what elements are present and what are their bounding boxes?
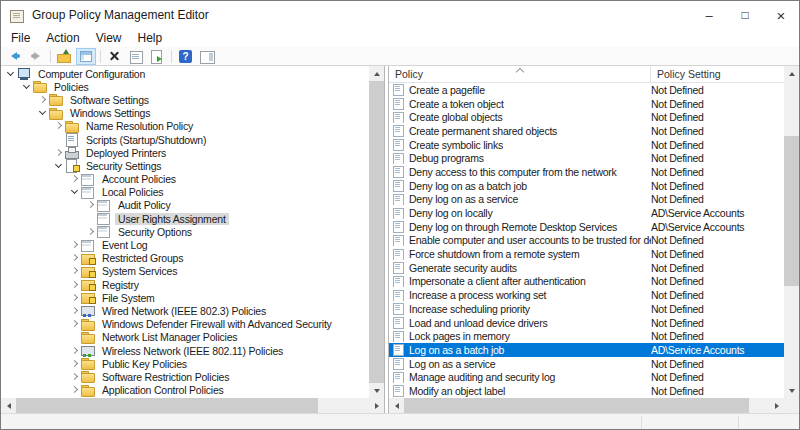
policy-row[interactable]: Lock pages in memoryNot Defined [389, 329, 784, 343]
chevron-collapsed-icon[interactable] [69, 306, 81, 316]
tree-item[interactable]: Policies [1, 80, 369, 93]
minimize-button[interactable] [691, 1, 727, 29]
tree-item[interactable]: Scripts (Startup/Shutdown) [1, 133, 369, 146]
chevron-collapsed-icon[interactable] [69, 293, 81, 303]
tree-item[interactable]: Application Control Policies [1, 384, 369, 397]
chevron-collapsed-icon[interactable] [85, 227, 97, 237]
policy-row[interactable]: Create a token objectNot Defined [389, 97, 784, 111]
scrollbar-thumb[interactable] [404, 398, 749, 413]
menu-file[interactable]: File [3, 30, 38, 47]
menu-action[interactable]: Action [38, 30, 87, 47]
policy-row[interactable]: Create permanent shared objectsNot Defin… [389, 124, 784, 138]
tree-item[interactable]: System Services [1, 265, 369, 278]
policy-row[interactable]: Create symbolic linksNot Defined [389, 138, 784, 152]
tree-item[interactable]: Wired Network (IEEE 802.3) Policies [1, 304, 369, 317]
scroll-down-button[interactable] [369, 383, 384, 398]
scroll-up-button[interactable] [369, 66, 384, 81]
list-horizontal-scrollbar[interactable] [389, 398, 784, 413]
export-list-button[interactable] [147, 48, 167, 65]
maximize-button[interactable] [727, 1, 763, 29]
chevron-collapsed-icon[interactable] [69, 359, 81, 369]
policy-row[interactable]: Enable computer and user accounts to be … [389, 234, 784, 248]
scroll-up-button[interactable] [784, 66, 799, 81]
chevron-collapsed-icon[interactable] [69, 174, 81, 184]
tree-item[interactable]: Name Resolution Policy [1, 120, 369, 133]
policy-row[interactable]: Generate security auditsNot Defined [389, 261, 784, 275]
tree-item[interactable]: Windows Defender Firewall with Advanced … [1, 318, 369, 331]
tree-item[interactable]: Software Restriction Policies [1, 370, 369, 383]
policy-row[interactable]: Deny log on through Remote Desktop Servi… [389, 220, 784, 234]
tree-item[interactable]: Account Policies [1, 173, 369, 186]
chevron-collapsed-icon[interactable] [69, 319, 81, 329]
tree-item[interactable]: Security Options [1, 225, 369, 238]
scroll-right-button[interactable] [369, 398, 384, 413]
chevron-collapsed-icon[interactable] [69, 280, 81, 290]
tree-item[interactable]: Wireless Network (IEEE 802.11) Policies [1, 344, 369, 357]
show-console-tree-button[interactable] [76, 48, 96, 65]
list-vertical-scrollbar[interactable] [784, 66, 799, 398]
policy-row[interactable]: Impersonate a client after authenticatio… [389, 275, 784, 289]
chevron-expanded-icon[interactable] [21, 82, 33, 92]
chevron-collapsed-icon[interactable] [69, 346, 81, 356]
policy-row[interactable]: Log on as a serviceNot Defined [389, 357, 784, 371]
tree-item[interactable]: Registry [1, 278, 369, 291]
chevron-collapsed-icon[interactable] [69, 266, 81, 276]
chevron-collapsed-icon[interactable] [69, 385, 81, 395]
delete-button[interactable] [105, 48, 125, 65]
scroll-right-button[interactable] [769, 398, 784, 413]
chevron-collapsed-icon[interactable] [69, 253, 81, 263]
policy-row[interactable]: Debug programsNot Defined [389, 151, 784, 165]
chevron-expanded-icon[interactable] [5, 69, 17, 79]
policy-row[interactable]: Create global objectsNot Defined [389, 110, 784, 124]
tree-item[interactable]: Local Policies [1, 186, 369, 199]
properties-button[interactable] [126, 48, 146, 65]
tree-item[interactable]: Windows Settings [1, 107, 369, 120]
chevron-collapsed-icon[interactable] [53, 148, 65, 158]
tree-item[interactable]: Deployed Printers [1, 146, 369, 159]
scroll-left-button[interactable] [389, 398, 404, 413]
policy-row[interactable]: Load and unload device driversNot Define… [389, 316, 784, 330]
menu-view[interactable]: View [88, 30, 130, 47]
column-header-policy-setting[interactable]: Policy Setting [651, 66, 784, 82]
tree-item[interactable]: Software Settings [1, 93, 369, 106]
tree-horizontal-scrollbar[interactable] [1, 398, 384, 413]
tree-item[interactable]: Public Key Policies [1, 357, 369, 370]
policy-row[interactable]: Deny log on as a serviceNot Defined [389, 193, 784, 207]
chevron-collapsed-icon[interactable] [85, 200, 97, 210]
scrollbar-thumb[interactable] [784, 136, 799, 286]
tree-item[interactable]: Network List Manager Policies [1, 331, 369, 344]
policy-row[interactable]: Manage auditing and security logNot Defi… [389, 370, 784, 384]
policy-row[interactable]: Force shutdown from a remote systemNot D… [389, 247, 784, 261]
scrollbar-thumb[interactable] [369, 81, 384, 383]
chevron-collapsed-icon[interactable] [69, 240, 81, 250]
tree-item[interactable]: Restricted Groups [1, 252, 369, 265]
help-button[interactable] [176, 48, 196, 65]
policy-row[interactable]: Log on as a batch jobAD\Service Accounts [389, 343, 784, 357]
policy-row[interactable]: Deny log on locallyAD\Service Accounts [389, 206, 784, 220]
policy-row[interactable]: Deny log on as a batch jobNot Defined [389, 179, 784, 193]
policy-row[interactable]: Increase scheduling priorityNot Defined [389, 302, 784, 316]
scroll-left-button[interactable] [1, 398, 16, 413]
chevron-expanded-icon[interactable] [37, 108, 49, 118]
menu-help[interactable]: Help [130, 30, 171, 47]
tree-item[interactable]: User Rights Assignment [1, 212, 369, 225]
chevron-collapsed-icon[interactable] [69, 372, 81, 382]
tree-item[interactable]: Security Settings [1, 159, 369, 172]
scrollbar-thumb[interactable] [16, 398, 318, 413]
chevron-expanded-icon[interactable] [53, 161, 65, 171]
tree-item[interactable]: Computer Configuration [1, 67, 369, 80]
chevron-expanded-icon[interactable] [69, 187, 81, 197]
close-button[interactable] [763, 1, 799, 29]
show-action-pane-button[interactable] [197, 48, 217, 65]
up-one-level-button[interactable] [55, 48, 75, 65]
tree-item[interactable]: Audit Policy [1, 199, 369, 212]
policy-row[interactable]: Increase a process working setNot Define… [389, 288, 784, 302]
chevron-collapsed-icon[interactable] [37, 95, 49, 105]
back-button[interactable] [5, 48, 25, 65]
scroll-down-button[interactable] [784, 383, 799, 398]
policy-row[interactable]: Deny access to this computer from the ne… [389, 165, 784, 179]
tree-vertical-scrollbar[interactable] [369, 66, 384, 398]
column-header-policy[interactable]: Policy [389, 66, 651, 82]
tree-item[interactable]: Event Log [1, 238, 369, 251]
policy-row[interactable]: Modify an object labelNot Defined [389, 384, 784, 398]
